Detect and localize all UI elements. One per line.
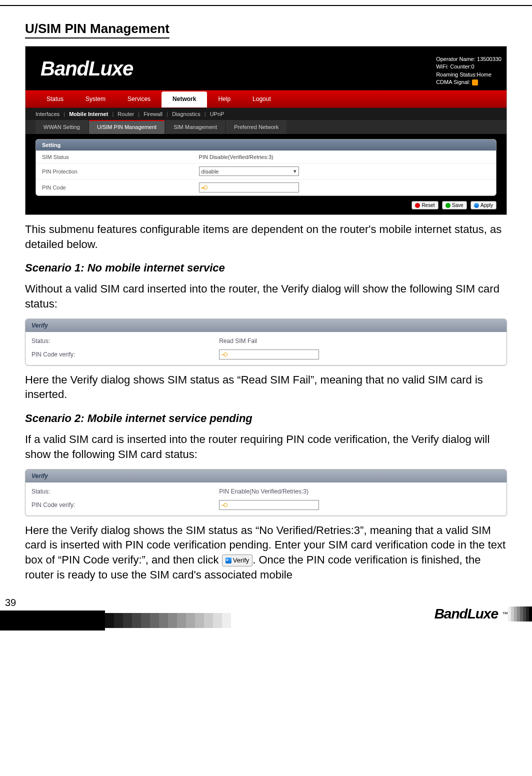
pill-wwan-setting[interactable]: WWAN Setting [36,120,88,134]
intro-paragraph: This submenu features configurable items… [25,222,507,252]
verify-panel-1: Verify Status: Read SIM Fail PIN Code ve… [25,318,507,366]
brand-logo: BandLuxe [36,52,133,90]
verify1-title: Verify [26,319,506,332]
subtab-diagnostics[interactable]: Diagnostics [172,111,200,117]
verify1-status-label: Status: [32,338,219,344]
key-icon [222,352,228,358]
verify2-pin-label: PIN Code verify: [32,502,219,508]
verify1-pin-label: PIN Code verify: [32,351,219,358]
tab-services[interactable]: Services [116,90,162,108]
verify2-status-value: PIN Enable(No Verified/Retries:3) [219,488,500,495]
footer-black-block [0,610,105,630]
verify2-status-label: Status: [32,488,219,495]
scenario2-after: Here the Verify dialog shows the SIM sta… [25,523,507,582]
sim-status-value: PIN Disable(Verified/Retries:3) [199,154,490,160]
footer-end-gradient [508,606,532,622]
save-button[interactable]: Save [442,201,467,210]
pill-preferred-network[interactable]: Preferred Network [226,120,286,134]
operator-name: Operator Name: 13500330 [436,56,502,63]
apply-icon [474,203,479,208]
verify2-pin-input[interactable] [219,500,319,510]
sub-nav: Interfaces| Mobile Internet| Router| Fir… [26,108,506,120]
reset-button[interactable]: Reset [412,201,438,210]
pin-protection-label: PIN Protection [42,168,199,174]
scenario1-text: Without a valid SIM card inserted into t… [25,282,507,311]
verify-button-inline[interactable]: Verify [222,554,253,566]
subtab-upnp[interactable]: UPnP [210,111,224,117]
reset-icon [415,203,420,208]
tab-status[interactable]: Status [36,90,74,108]
cdma-signal-label: CDMA Signal: [436,79,470,85]
verify1-status-value: Read SIM Fail [219,338,500,344]
scenario1-heading: Scenario 1: No mobile internet service [25,262,507,274]
sim-status-label: SIM Status [42,154,199,160]
pill-usim-pin[interactable]: U/SIM PIN Management [89,120,164,134]
scenario2-heading: Scenario 2: Mobile internet service pend… [25,412,507,425]
pin-protection-value: disable [202,168,219,174]
subtab-interfaces[interactable]: Interfaces [36,111,60,117]
section-title: U/SIM PIN Management [25,21,170,38]
panel-title: Setting [36,140,496,150]
subtab-firewall[interactable]: Firewall [144,111,162,117]
key-icon [222,502,228,508]
footer-gradient [105,613,231,628]
tab-system[interactable]: System [74,90,116,108]
tab-network[interactable]: Network [162,92,207,108]
main-nav: Status System Services Network Help Logo… [26,90,506,108]
roaming-status: Roaming Status:Home [436,71,502,78]
wifi-counter: WiFi: Counter:0 [436,63,502,70]
router-screenshot: BandLuxe Operator Name: 13500330 WiFi: C… [25,46,507,215]
pin-code-input[interactable] [199,182,299,192]
footer-brand: BandLuxe [434,606,498,622]
setting-panel: Setting SIM Status PIN Disable(Verified/… [36,139,496,196]
scenario2-text: If a valid SIM card is inserted into the… [25,432,507,462]
pin-code-label: PIN Code [42,184,199,190]
subtab-router[interactable]: Router [118,111,134,117]
subtab-mobile-internet[interactable]: Mobile Internet [69,111,108,117]
tab-logout[interactable]: Logout [242,90,282,108]
trademark-symbol: ™ [502,610,508,618]
sub-sub-nav: WWAN Setting U/SIM PIN Management SIM Ma… [26,120,506,134]
pill-sim-management[interactable]: SIM Management [166,120,225,134]
verify-icon [226,558,232,564]
page-number: 39 [0,597,231,608]
status-block: Operator Name: 13500330 WiFi: Counter:0 … [436,52,502,86]
verify-panel-2: Verify Status: PIN Enable(No Verified/Re… [25,469,507,516]
page-footer: 39 BandLuxe™ [0,597,532,630]
pin-protection-select[interactable]: disable ▾ [199,166,299,176]
chevron-down-icon: ▾ [294,168,296,174]
key-icon [202,184,208,190]
verify1-pin-input[interactable] [219,350,319,360]
save-icon [446,203,450,208]
scenario1-after: Here the Verify dialog shows SIM status … [25,372,507,402]
verify2-title: Verify [26,470,506,482]
tab-help[interactable]: Help [207,90,242,108]
apply-button[interactable]: Apply [470,201,496,210]
signal-icon [472,80,478,86]
